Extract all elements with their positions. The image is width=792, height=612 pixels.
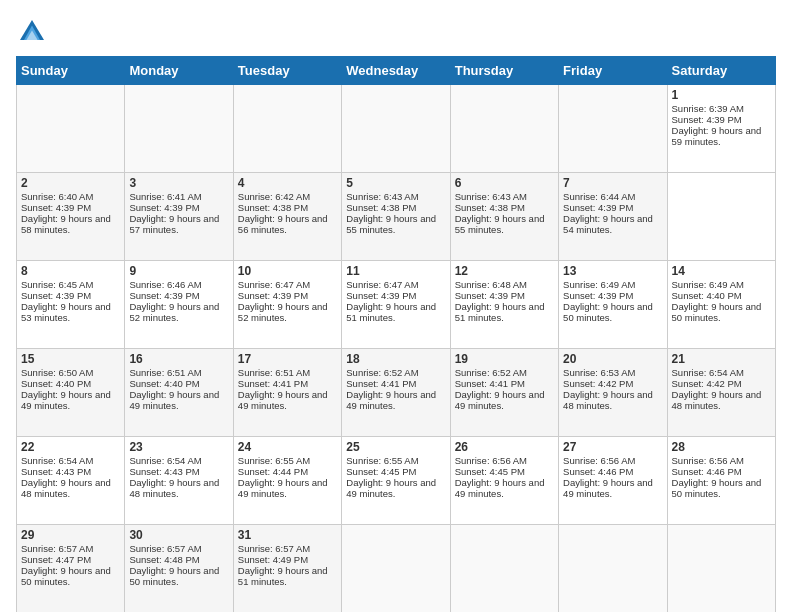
day-number: 27 xyxy=(563,440,662,454)
logo xyxy=(16,16,52,48)
empty-cell xyxy=(559,85,667,173)
day-number: 11 xyxy=(346,264,445,278)
empty-cell xyxy=(125,85,233,173)
col-header-saturday: Saturday xyxy=(667,57,775,85)
day-cell-1: 1Sunrise: 6:39 AMSunset: 4:39 PMDaylight… xyxy=(667,85,775,173)
day-number: 19 xyxy=(455,352,554,366)
empty-cell xyxy=(450,85,558,173)
day-cell-24: 24Sunrise: 6:55 AMSunset: 4:44 PMDayligh… xyxy=(233,437,341,525)
day-cell-7: 7Sunrise: 6:44 AMSunset: 4:39 PMDaylight… xyxy=(559,173,667,261)
empty-cell xyxy=(450,525,558,613)
week-row-2: 8Sunrise: 6:45 AMSunset: 4:39 PMDaylight… xyxy=(17,261,776,349)
day-number: 30 xyxy=(129,528,228,542)
day-cell-6: 6Sunrise: 6:43 AMSunset: 4:38 PMDaylight… xyxy=(450,173,558,261)
day-number: 29 xyxy=(21,528,120,542)
day-cell-16: 16Sunrise: 6:51 AMSunset: 4:40 PMDayligh… xyxy=(125,349,233,437)
day-number: 13 xyxy=(563,264,662,278)
day-cell-8: 8Sunrise: 6:45 AMSunset: 4:39 PMDaylight… xyxy=(17,261,125,349)
day-cell-9: 9Sunrise: 6:46 AMSunset: 4:39 PMDaylight… xyxy=(125,261,233,349)
day-cell-20: 20Sunrise: 6:53 AMSunset: 4:42 PMDayligh… xyxy=(559,349,667,437)
header xyxy=(16,16,776,48)
empty-cell xyxy=(559,525,667,613)
day-cell-25: 25Sunrise: 6:55 AMSunset: 4:45 PMDayligh… xyxy=(342,437,450,525)
calendar-page: SundayMondayTuesdayWednesdayThursdayFrid… xyxy=(0,0,792,612)
day-number: 16 xyxy=(129,352,228,366)
day-cell-3: 3Sunrise: 6:41 AMSunset: 4:39 PMDaylight… xyxy=(125,173,233,261)
day-cell-23: 23Sunrise: 6:54 AMSunset: 4:43 PMDayligh… xyxy=(125,437,233,525)
empty-cell xyxy=(342,85,450,173)
week-row-1: 2Sunrise: 6:40 AMSunset: 4:39 PMDaylight… xyxy=(17,173,776,261)
day-cell-2: 2Sunrise: 6:40 AMSunset: 4:39 PMDaylight… xyxy=(17,173,125,261)
day-number: 24 xyxy=(238,440,337,454)
day-cell-30: 30Sunrise: 6:57 AMSunset: 4:48 PMDayligh… xyxy=(125,525,233,613)
day-cell-19: 19Sunrise: 6:52 AMSunset: 4:41 PMDayligh… xyxy=(450,349,558,437)
day-number: 23 xyxy=(129,440,228,454)
day-cell-31: 31Sunrise: 6:57 AMSunset: 4:49 PMDayligh… xyxy=(233,525,341,613)
col-header-wednesday: Wednesday xyxy=(342,57,450,85)
day-cell-21: 21Sunrise: 6:54 AMSunset: 4:42 PMDayligh… xyxy=(667,349,775,437)
day-cell-18: 18Sunrise: 6:52 AMSunset: 4:41 PMDayligh… xyxy=(342,349,450,437)
col-header-tuesday: Tuesday xyxy=(233,57,341,85)
day-number: 31 xyxy=(238,528,337,542)
empty-cell xyxy=(233,85,341,173)
day-number: 9 xyxy=(129,264,228,278)
day-number: 22 xyxy=(21,440,120,454)
calendar-table: SundayMondayTuesdayWednesdayThursdayFrid… xyxy=(16,56,776,612)
day-number: 20 xyxy=(563,352,662,366)
week-row-4: 22Sunrise: 6:54 AMSunset: 4:43 PMDayligh… xyxy=(17,437,776,525)
day-number: 14 xyxy=(672,264,771,278)
day-number: 6 xyxy=(455,176,554,190)
day-number: 28 xyxy=(672,440,771,454)
empty-cell xyxy=(342,525,450,613)
day-cell-28: 28Sunrise: 6:56 AMSunset: 4:46 PMDayligh… xyxy=(667,437,775,525)
day-number: 4 xyxy=(238,176,337,190)
day-cell-11: 11Sunrise: 6:47 AMSunset: 4:39 PMDayligh… xyxy=(342,261,450,349)
day-cell-26: 26Sunrise: 6:56 AMSunset: 4:45 PMDayligh… xyxy=(450,437,558,525)
day-number: 5 xyxy=(346,176,445,190)
col-header-thursday: Thursday xyxy=(450,57,558,85)
day-number: 8 xyxy=(21,264,120,278)
day-number: 2 xyxy=(21,176,120,190)
day-cell-27: 27Sunrise: 6:56 AMSunset: 4:46 PMDayligh… xyxy=(559,437,667,525)
day-number: 3 xyxy=(129,176,228,190)
day-number: 1 xyxy=(672,88,771,102)
day-cell-17: 17Sunrise: 6:51 AMSunset: 4:41 PMDayligh… xyxy=(233,349,341,437)
col-header-friday: Friday xyxy=(559,57,667,85)
col-header-monday: Monday xyxy=(125,57,233,85)
week-row-3: 15Sunrise: 6:50 AMSunset: 4:40 PMDayligh… xyxy=(17,349,776,437)
calendar-body: 1Sunrise: 6:39 AMSunset: 4:39 PMDaylight… xyxy=(17,85,776,613)
empty-cell xyxy=(17,85,125,173)
day-cell-15: 15Sunrise: 6:50 AMSunset: 4:40 PMDayligh… xyxy=(17,349,125,437)
day-cell-5: 5Sunrise: 6:43 AMSunset: 4:38 PMDaylight… xyxy=(342,173,450,261)
empty-cell xyxy=(667,525,775,613)
day-cell-29: 29Sunrise: 6:57 AMSunset: 4:47 PMDayligh… xyxy=(17,525,125,613)
calendar-header: SundayMondayTuesdayWednesdayThursdayFrid… xyxy=(17,57,776,85)
day-number: 18 xyxy=(346,352,445,366)
day-number: 15 xyxy=(21,352,120,366)
day-number: 7 xyxy=(563,176,662,190)
week-row-0: 1Sunrise: 6:39 AMSunset: 4:39 PMDaylight… xyxy=(17,85,776,173)
day-number: 26 xyxy=(455,440,554,454)
col-header-sunday: Sunday xyxy=(17,57,125,85)
day-number: 17 xyxy=(238,352,337,366)
week-row-5: 29Sunrise: 6:57 AMSunset: 4:47 PMDayligh… xyxy=(17,525,776,613)
day-number: 12 xyxy=(455,264,554,278)
day-cell-12: 12Sunrise: 6:48 AMSunset: 4:39 PMDayligh… xyxy=(450,261,558,349)
day-cell-22: 22Sunrise: 6:54 AMSunset: 4:43 PMDayligh… xyxy=(17,437,125,525)
header-row: SundayMondayTuesdayWednesdayThursdayFrid… xyxy=(17,57,776,85)
day-number: 21 xyxy=(672,352,771,366)
day-number: 25 xyxy=(346,440,445,454)
day-number: 10 xyxy=(238,264,337,278)
day-cell-13: 13Sunrise: 6:49 AMSunset: 4:39 PMDayligh… xyxy=(559,261,667,349)
logo-icon xyxy=(16,16,48,48)
day-cell-4: 4Sunrise: 6:42 AMSunset: 4:38 PMDaylight… xyxy=(233,173,341,261)
day-cell-14: 14Sunrise: 6:49 AMSunset: 4:40 PMDayligh… xyxy=(667,261,775,349)
day-cell-10: 10Sunrise: 6:47 AMSunset: 4:39 PMDayligh… xyxy=(233,261,341,349)
